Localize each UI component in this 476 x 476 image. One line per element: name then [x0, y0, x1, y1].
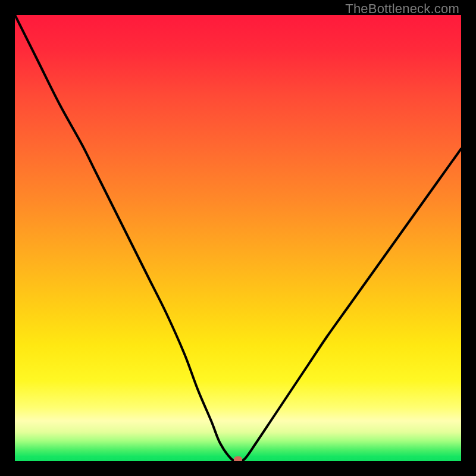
minimum-marker — [234, 456, 242, 461]
plot-area — [15, 15, 461, 461]
chart-frame: TheBottleneck.com — [0, 0, 476, 476]
curve-layer — [15, 15, 461, 461]
bottleneck-curve — [15, 15, 461, 461]
